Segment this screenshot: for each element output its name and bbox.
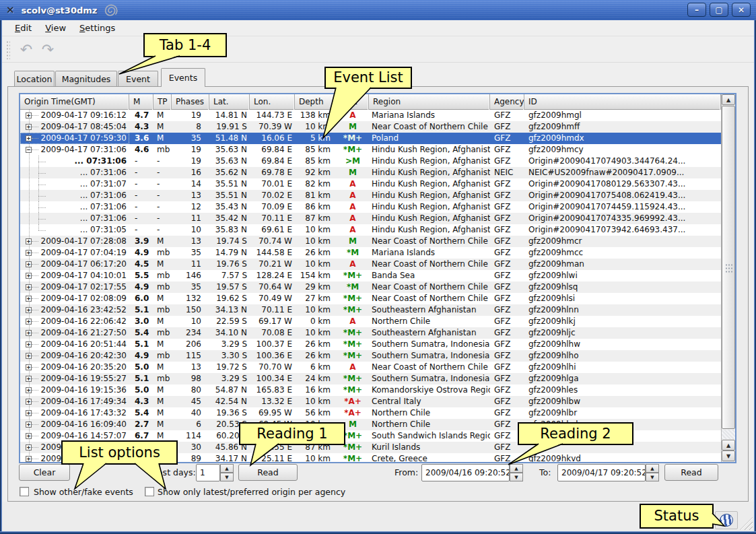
event-row[interactable]: +2009-04-16 20:35:205.0M1319.72 S70.70 W… [20, 362, 721, 373]
expand-icon[interactable]: + [26, 433, 32, 439]
origin-row[interactable]: ... 07:31:05--1035.83 N69.61 E10 kmAHind… [20, 224, 721, 236]
origin-row[interactable]: ... 07:31:06--1235.43 N70.09 E86 kmAHind… [20, 201, 721, 213]
column-header-m[interactable]: M [129, 94, 153, 110]
event-row[interactable]: +2009-04-16 20:51:445.1M2063.29 S100.37 … [20, 339, 721, 350]
expand-icon[interactable]: + [26, 135, 32, 141]
origin-row[interactable]: ... 07:31:06--1135.42 N70.11 E87 kmAHind… [20, 213, 721, 224]
cell-phases: 13 [172, 362, 209, 373]
scrollbar-thumb[interactable] [722, 106, 735, 429]
spin-down-icon[interactable]: ▼ [646, 473, 659, 481]
last-days-spinbox[interactable]: 1 [196, 464, 220, 481]
redo-icon[interactable]: ↷ [37, 40, 59, 60]
callout-tab: Tab 1-4 [114, 32, 229, 77]
expand-icon[interactable]: + [26, 284, 32, 290]
collapse-icon[interactable]: − [26, 147, 32, 153]
expand-icon[interactable]: + [26, 296, 32, 302]
undo-icon[interactable]: ↶ [15, 40, 37, 60]
event-row[interactable]: +2009-04-16 19:55:275.1mb983.29 S100.34 … [20, 373, 721, 385]
expand-icon[interactable]: + [26, 353, 32, 359]
cell-id: gfz2009hmff [524, 121, 721, 133]
event-row[interactable]: +2009-04-16 17:43:325.4M4019.36 S69.95 W… [20, 407, 721, 419]
expand-icon[interactable]: + [26, 330, 32, 336]
from-datetime-field[interactable]: 2009/04/16 09:20:52 [421, 464, 510, 481]
scrollbar-up-button[interactable]: ▲ [722, 94, 735, 105]
event-row[interactable]: +2009-04-16 22:06:423.0M1022.59 S69.17 W… [20, 316, 721, 327]
expand-icon[interactable]: + [26, 399, 32, 405]
event-row[interactable]: +2009-04-16 17:49:344.3M4542.54 N13.32 E… [20, 396, 721, 407]
expand-icon[interactable]: + [26, 376, 32, 382]
tree-elbow-line [20, 167, 40, 178]
event-row[interactable]: +2009-04-16 23:42:525.1mb15034.13 N70.11… [20, 304, 721, 316]
expand-icon[interactable]: + [26, 124, 32, 130]
cell-agency: GFZ [490, 259, 524, 270]
minimize-button[interactable]: – [687, 3, 706, 17]
expand-icon[interactable]: + [26, 250, 32, 256]
column-header-origin-time-gmt-[interactable]: Origin Time(GMT) [20, 94, 129, 110]
cell-magnitude: 4.7 [129, 110, 153, 121]
close-button[interactable]: ✕ [732, 3, 751, 17]
expand-icon[interactable]: + [26, 112, 32, 119]
cell-lat: 35.83 N [209, 224, 250, 236]
expand-icon[interactable]: + [26, 444, 32, 450]
expand-icon[interactable]: + [26, 319, 32, 325]
toolbar-drag-handle[interactable] [6, 40, 10, 59]
tree-branch-line [32, 367, 38, 368]
cell-stat: *M+ [337, 304, 369, 316]
to-spin-buttons[interactable]: ▲ ▼ [646, 464, 659, 481]
spin-down-icon[interactable]: ▼ [510, 473, 523, 481]
read-range-button[interactable]: Read [664, 464, 718, 481]
expand-icon[interactable]: + [26, 273, 32, 279]
event-row[interactable]: +2009-04-17 04:10:015.5mb1467.57 S128.24… [20, 270, 721, 281]
expand-icon[interactable]: + [26, 341, 32, 347]
event-row[interactable]: +2009-04-16 20:42:304.9mb1153.30 S100.36… [20, 350, 721, 362]
expand-icon[interactable]: + [26, 422, 32, 428]
column-header-lon-[interactable]: Lon. [250, 94, 295, 110]
last-days-spin-buttons[interactable]: ▲ ▼ [220, 464, 234, 481]
vertical-scrollbar[interactable]: ▲ ▲ ▼ [721, 94, 735, 462]
event-row[interactable]: +2009-04-16 19:15:365.0M8054.87 N165.83 … [20, 385, 721, 396]
expand-icon[interactable]: + [26, 261, 32, 267]
cell-lat: 35.63 N [209, 144, 250, 156]
cell-depth: 26 km [295, 247, 337, 259]
origin-row[interactable]: ... 07:31:07--1435.51 N70.01 E82 kmAHind… [20, 178, 721, 190]
event-row[interactable]: +2009-04-17 06:17:204.5M1119.76 S70.21 W… [20, 259, 721, 270]
cell-lon: 70.01 E [250, 178, 295, 190]
tab-magnitudes[interactable]: Magnitudes [55, 71, 117, 87]
origin-row[interactable]: ... 07:31:06--1635.62 N69.78 E92 kmMHind… [20, 167, 721, 178]
column-header-phases[interactable]: Phases [172, 94, 209, 110]
cell-region: Southern Sumatra, Indonesia [369, 339, 490, 350]
event-row[interactable]: +2009-04-17 07:28:083.9M1319.74 S70.74 W… [20, 236, 721, 247]
maximize-button[interactable]: ▢ [710, 3, 728, 17]
scrollbar-up2-button[interactable]: ▲ [722, 440, 735, 450]
column-header-tp[interactable]: TP [153, 94, 172, 110]
event-row[interactable]: −2009-04-17 07:31:064.6mb1935.63 N69.84 … [20, 144, 721, 156]
expand-icon[interactable]: + [26, 410, 32, 416]
event-row[interactable]: +2009-04-16 21:27:505.4mb23434.10 N70.08… [20, 327, 721, 339]
menu-view[interactable]: View [39, 22, 72, 34]
scrollbar-down-button[interactable]: ▼ [722, 450, 735, 461]
title-bar[interactable]: ✕ scolv@st30dmz – ▢ ✕ [0, 0, 756, 20]
spin-up-icon[interactable]: ▲ [220, 464, 234, 473]
cell-id: gfz2009hlkj [524, 316, 721, 327]
tab-location[interactable]: Location [14, 71, 55, 87]
expand-icon[interactable]: + [26, 456, 32, 462]
expand-icon[interactable]: + [26, 387, 32, 393]
expand-icon[interactable]: + [26, 307, 32, 313]
spin-up-icon[interactable]: ▲ [646, 464, 659, 473]
spin-down-icon[interactable]: ▼ [220, 473, 234, 481]
column-header-id[interactable]: ID [524, 94, 721, 110]
origin-row[interactable]: ... 07:31:06--1335.51 N70.02 E81 kmAHind… [20, 190, 721, 201]
expand-icon[interactable]: + [26, 364, 32, 370]
resize-grip[interactable] [740, 517, 753, 530]
event-row[interactable]: +2009-04-17 07:04:194.9mb3514.79 N144.58… [20, 247, 721, 259]
event-row[interactable]: +2009-04-17 02:17:554.9mb3519.57 S70.64 … [20, 281, 721, 293]
show-fake-events-checkbox[interactable] [20, 487, 29, 496]
scrollbar-groove[interactable] [722, 430, 735, 439]
menu-edit[interactable]: Edit [9, 22, 38, 34]
origin-row[interactable]: ... 07:31:06--1935.63 N69.84 E85 km>MHin… [20, 156, 721, 167]
expand-icon[interactable]: + [26, 238, 32, 244]
origin-time-text: ... 07:31:06 [40, 156, 129, 167]
column-header-lat-[interactable]: Lat. [209, 94, 250, 110]
event-row[interactable]: +2009-04-17 02:08:096.0M13219.62 S70.49 … [20, 293, 721, 304]
column-header-agency[interactable]: Agency [490, 94, 524, 110]
